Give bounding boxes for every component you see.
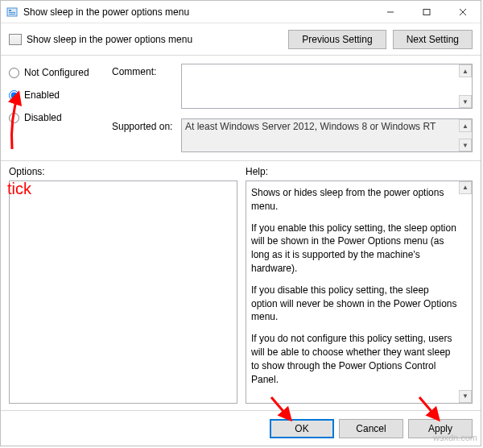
radio-not-configured-label: Not Configured (24, 67, 89, 78)
titlebar: Show sleep in the power options menu (1, 1, 481, 23)
supported-on-label: Supported on: (112, 118, 175, 152)
comment-label: Comment: (112, 64, 175, 109)
policy-sub-icon (9, 34, 22, 45)
watermark: wsxdn.com (433, 433, 477, 442)
policy-icon (6, 6, 19, 19)
help-panel: Shows or hides sleep from the power opti… (246, 180, 473, 404)
subheader: Show sleep in the power options menu Pre… (1, 23, 481, 56)
svg-rect-2 (9, 12, 15, 13)
minimize-button[interactable] (372, 1, 408, 23)
comment-textarea[interactable]: ▲▼ (181, 64, 473, 109)
radio-enabled-label: Enabled (24, 89, 60, 101)
window-title: Show sleep in the power options menu (23, 6, 189, 18)
close-button[interactable] (444, 1, 481, 23)
help-p4: If you do not configure this policy sett… (251, 332, 457, 386)
previous-setting-button[interactable]: Previous Setting (288, 30, 386, 49)
options-panel (9, 180, 237, 404)
svg-rect-5 (423, 9, 430, 15)
help-heading: Help: (246, 166, 268, 177)
settings-area: Not Configured Enabled Disabled Comment:… (1, 56, 481, 161)
supported-scroll[interactable]: ▲▼ (459, 119, 472, 151)
help-p2: If you enable this policy setting, the s… (251, 222, 457, 276)
help-p3: If you disable this policy setting, the … (251, 284, 457, 324)
ok-button[interactable]: OK (270, 419, 334, 438)
policy-subtitle: Show sleep in the power options menu (27, 34, 192, 45)
next-setting-button[interactable]: Next Setting (393, 30, 473, 49)
svg-rect-3 (9, 14, 15, 15)
supported-on-box: At least Windows Server 2012, Windows 8 … (181, 118, 473, 152)
help-p1: Shows or hides sleep from the power opti… (251, 186, 457, 214)
radio-not-configured[interactable]: Not Configured (9, 67, 105, 78)
options-heading: Options: (9, 166, 246, 177)
comment-scroll[interactable]: ▲▼ (459, 64, 472, 108)
svg-rect-1 (9, 10, 11, 11)
radio-disabled-label: Disabled (24, 112, 62, 123)
help-scroll[interactable]: ▲▼ (459, 181, 472, 403)
maximize-button[interactable] (408, 1, 444, 23)
cancel-button[interactable]: Cancel (339, 419, 403, 438)
supported-on-value: At least Windows Server 2012, Windows 8 … (185, 121, 436, 132)
footer: OK Cancel Apply (1, 410, 481, 446)
radio-enabled[interactable]: Enabled (9, 89, 105, 101)
radio-disabled[interactable]: Disabled (9, 112, 105, 123)
